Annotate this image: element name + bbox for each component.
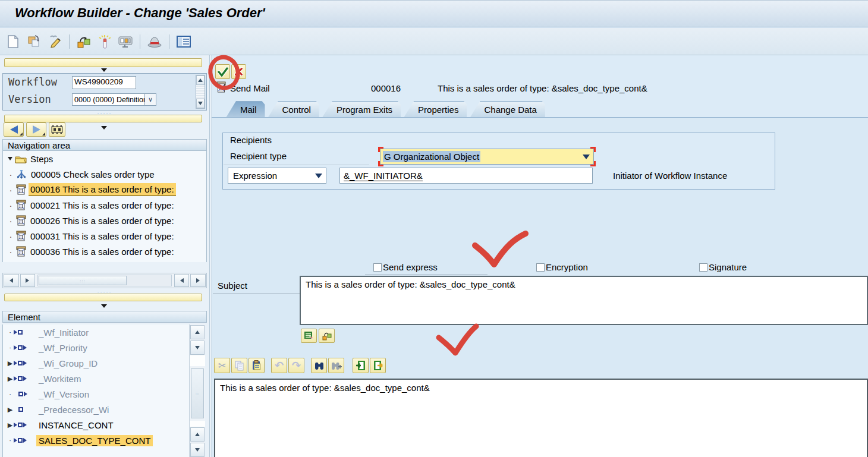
expression-type-dropdown[interactable]: Expression: [228, 168, 326, 184]
container-element-row[interactable]: ▶ _Wi_Group_ID: [3, 355, 189, 371]
toolbar-separator: [69, 34, 70, 49]
copy-button[interactable]: [231, 358, 247, 373]
version-select[interactable]: 0000 (0000) Definition ∨: [72, 93, 156, 106]
workflow-step-row[interactable]: · 000005 Check sales order type: [3, 166, 206, 182]
scroll-down-icon[interactable]: [196, 99, 205, 108]
scrollbar-thumb[interactable]: :::: [191, 368, 204, 418]
title-bar: Workflow Builder - Change 'Sales Order': [0, 1, 868, 27]
mail-body-editor[interactable]: This is a sales order of type: &sales_do…: [214, 379, 868, 457]
workflow-step-row[interactable]: · 000036 This is a sales order of type:: [3, 244, 206, 259]
undo-button[interactable]: ↶: [271, 358, 287, 373]
scroll-down-icon[interactable]: [190, 341, 205, 355]
toolbar-separator: [140, 34, 140, 49]
find-next-button[interactable]: [328, 358, 344, 373]
container-element-row[interactable]: · _Wf_Priority: [3, 340, 189, 355]
send-mail-step-icon: [16, 184, 26, 195]
workflow-id-input[interactable]: WS49900209: [72, 76, 136, 89]
navigation-horizontal-scrollbar[interactable]: :::: [2, 273, 207, 288]
container-element-row[interactable]: ▶ _Predecessor_Wi: [3, 402, 189, 417]
scroll-up-icon[interactable]: [190, 427, 205, 442]
insert-expression-button[interactable]: [301, 329, 317, 343]
scroll-up-icon[interactable]: [196, 75, 205, 85]
dropdown-arrow-icon[interactable]: [583, 155, 590, 159]
workflow-box-scrollbar[interactable]: [196, 75, 205, 109]
container-element-row[interactable]: · _Wf_Initiator: [3, 324, 189, 340]
focus-corner: [378, 147, 383, 152]
import-text-button[interactable]: [353, 358, 369, 373]
collapsed-tray-workflow[interactable]: [4, 58, 202, 67]
tab-properties[interactable]: Properties: [404, 101, 467, 118]
send-express-checkbox[interactable]: [373, 263, 382, 272]
container-element-row-selected[interactable]: · SALES_DOC_TYPE_CONT: [3, 433, 189, 448]
tab-mail[interactable]: Mail: [226, 101, 265, 118]
tab-control[interactable]: Control: [268, 101, 319, 118]
expand-icon[interactable]: ▶: [7, 406, 14, 414]
expand-icon[interactable]: ▶: [7, 375, 14, 383]
confirm-button[interactable]: [215, 64, 230, 79]
tab-program-exits[interactable]: Program Exits: [322, 101, 401, 118]
workflow-organizer-icon[interactable]: [117, 33, 134, 50]
test-workflow-icon[interactable]: [96, 33, 113, 50]
steps-folder-row[interactable]: Steps: [3, 151, 206, 166]
subject-tools: [301, 329, 335, 343]
recipient-type-label: Recipient type: [230, 151, 287, 161]
navigation-area-header: Navigation area: [2, 139, 207, 151]
encryption-checkbox[interactable]: [536, 263, 545, 272]
scroll-down-icon[interactable]: [190, 443, 205, 457]
export-text-button[interactable]: [370, 358, 386, 373]
select-arrow-icon[interactable]: ∨: [144, 94, 156, 105]
paste-button[interactable]: [249, 358, 265, 373]
expression-value-field[interactable]: &_WF_INITIATOR&: [339, 168, 593, 184]
workflow-step-row[interactable]: · 000031 This is a sales order of type:: [3, 228, 206, 244]
cut-button[interactable]: ✂: [214, 358, 230, 373]
graphic-view-button[interactable]: [49, 122, 65, 137]
new-document-icon[interactable]: [5, 33, 21, 50]
forward-button[interactable]: [26, 122, 46, 137]
workflow-step-row-selected[interactable]: · 000016 This is a sales order of type:: [3, 182, 206, 197]
mail-tab-content: Recipients Recipient type G Organization…: [212, 118, 868, 457]
scroll-right-icon[interactable]: [20, 274, 36, 287]
workflow-step-row[interactable]: · 000021 This is a sales order of type:: [3, 197, 206, 213]
cancel-button[interactable]: [231, 64, 246, 79]
collapsed-tray-element[interactable]: [4, 294, 202, 301]
container-element-row[interactable]: ▶ INSTANCE_CONT: [3, 417, 189, 433]
container-element-row[interactable]: ▶ _Workitem: [3, 371, 189, 386]
tree-collapse-icon[interactable]: [8, 157, 12, 160]
container-element-button[interactable]: [319, 329, 335, 343]
navigation-tree: Steps · 000005 Check sales order type · …: [2, 151, 207, 262]
element-list-scrollbar[interactable]: :::: [189, 324, 205, 457]
workflow-step-row[interactable]: · 000026 This is a sales order of type:: [3, 213, 206, 228]
recipient-type-dropdown[interactable]: G Organizational Object: [380, 149, 594, 165]
import-export-param-icon: [14, 376, 34, 381]
step-title: This is a sales order of type: &sales_do…: [438, 83, 647, 93]
decision-step-icon: [16, 169, 27, 179]
collapsed-tray-navigation[interactable]: [4, 115, 202, 122]
subject-input[interactable]: This is a sales order of type: &sales_do…: [300, 276, 868, 325]
scroll-up-icon[interactable]: [190, 325, 205, 339]
scroll-left-icon[interactable]: [4, 274, 19, 287]
import-export-param-icon: [14, 438, 34, 443]
redo-button[interactable]: ↷: [288, 358, 304, 373]
hat-icon[interactable]: [146, 33, 163, 50]
step-type-label: Send Mail: [230, 83, 270, 93]
chevron-down-icon[interactable]: [101, 68, 107, 72]
chevron-down-icon[interactable]: [101, 126, 107, 130]
container-element-row[interactable]: · _Wf_Version: [3, 386, 189, 402]
signature-checkbox[interactable]: [699, 263, 707, 272]
find-button[interactable]: [311, 358, 327, 373]
chevron-down-icon[interactable]: [101, 304, 107, 308]
expand-icon[interactable]: ▶: [7, 421, 14, 429]
copy-object-icon[interactable]: [26, 33, 42, 50]
display-change-icon[interactable]: [46, 33, 63, 50]
expand-icon[interactable]: ▶: [7, 360, 14, 367]
scroll-right-icon[interactable]: [190, 274, 206, 287]
table-view-icon[interactable]: [175, 33, 192, 50]
dropdown-arrow-icon[interactable]: [315, 174, 322, 178]
step-number: 000016: [371, 83, 401, 93]
tab-change-data[interactable]: Change Data: [470, 101, 545, 118]
back-button[interactable]: [4, 122, 24, 137]
scroll-left-icon[interactable]: [174, 274, 190, 287]
other-workflow-icon[interactable]: [76, 33, 92, 50]
scrollbar-thumb[interactable]: :::: [39, 276, 127, 285]
workflow-label: Workflow: [8, 76, 57, 88]
